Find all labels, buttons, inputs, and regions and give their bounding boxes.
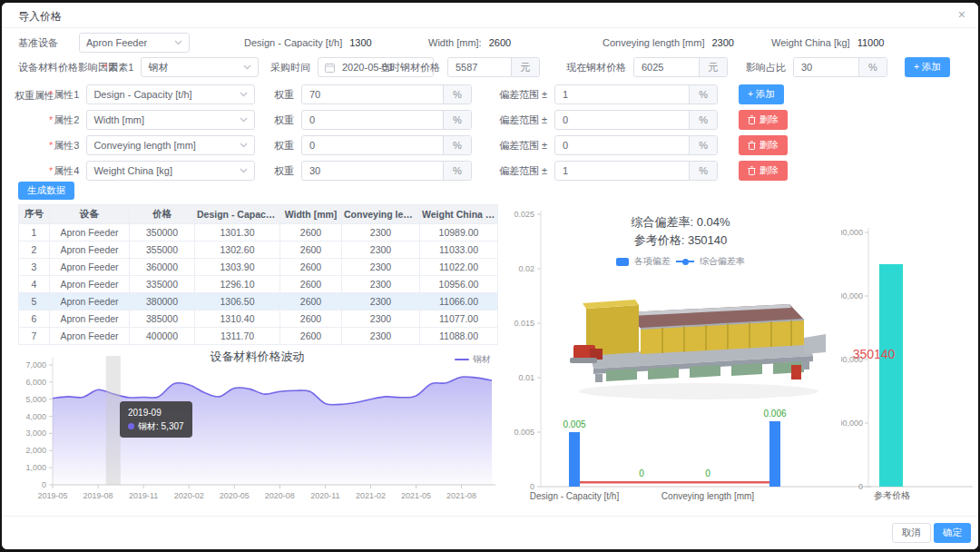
svg-text:3,000: 3,000 [25,429,46,438]
table-cell: 380000 [130,293,195,310]
param-label: Width [mm]: [428,37,482,48]
table-row[interactable]: 2Apron Feeder3550001302.602600230011033.… [19,242,498,259]
table-cell: 1 [19,224,50,242]
delete-attribute-button[interactable]: 删除 [739,135,788,155]
table-header-cell: Weight China [kg] [420,205,498,224]
attr-group: *属性1Design - Capacity [t/h] [49,84,255,104]
cancel-button[interactable]: 取消 [892,523,931,543]
factor-label: *因素1 [103,61,133,74]
then-price-input[interactable] [448,62,511,73]
percent-suffix: % [443,136,471,154]
svg-text:2020-08: 2020-08 [265,491,295,500]
table-cell: 2300 [342,293,420,310]
table-cell: 335000 [130,276,195,293]
table-row[interactable]: 1Apron Feeder3500001301.302600230010989.… [19,224,498,242]
table-cell: 7 [19,328,50,345]
table-cell: 10989.00 [420,224,498,242]
deviation-input[interactable] [555,140,689,151]
svg-text:2021-02: 2021-02 [356,491,386,500]
deviation-label: 偏差范围 ± [499,164,547,178]
svg-text:300,000: 300,000 [841,291,863,301]
svg-text:0.006: 0.006 [763,409,786,419]
deviation-input[interactable] [555,165,689,176]
table-cell: 2600 [280,293,342,310]
deviation-chart[interactable]: 00.0050.010.0150.020.0250.005000.006Desi… [508,207,882,508]
close-icon[interactable]: × [958,7,965,22]
factor-select[interactable]: 钢材 [141,57,259,77]
table-cell: 2600 [280,242,342,259]
attr-select[interactable]: Weight China [kg] [86,161,255,181]
now-price-input[interactable] [634,62,699,73]
svg-text:2019-05: 2019-05 [37,491,67,500]
delete-attribute-button[interactable]: 删除 [739,110,788,130]
attr-select[interactable]: Conveying length [mm] [86,135,255,155]
table-cell: 11066.00 [420,293,498,310]
deviation-group: 偏差范围 ±% [499,110,718,130]
weight-group: 权重% [274,110,472,130]
deviation-input[interactable] [555,114,689,125]
table-row[interactable]: 6Apron Feeder3850001310.402600230011077.… [19,310,498,328]
weight-input[interactable] [302,140,443,151]
reference-price-chart[interactable]: 0100,000200,000300,000400,000350140参考价格 [841,221,977,509]
table-row[interactable]: 5Apron Feeder3800001306.502600230011066.… [19,293,498,310]
steel-price-chart[interactable]: 设备材料价格波动 钢材 01,0002,0003,0004,0005,0006,… [18,345,496,509]
ratio-input[interactable] [794,62,858,73]
svg-text:参考价格: 参考价格 [874,490,910,500]
svg-text:0: 0 [530,482,534,491]
equipment-3d-image [563,298,828,405]
svg-text:0.025: 0.025 [514,210,534,219]
chevron-down-icon [240,92,248,97]
table-cell: Apron Feeder [50,242,130,259]
attr-group: *属性2Width [mm] [49,110,255,130]
delete-attribute-button[interactable]: 删除 [739,161,788,181]
table-cell: 2300 [342,328,420,345]
import-price-dialog: 导入价格 × 基准设备 Apron Feeder Design - Capaci… [2,3,978,549]
chevron-down-icon [174,40,182,45]
table-cell: 6 [19,310,50,328]
table-cell: 1301.30 [195,224,280,242]
confirm-button[interactable]: 确定 [934,523,971,543]
attr-select[interactable]: Width [mm] [86,110,255,130]
param-capacity: Design - Capacity [t/h] 1300 [244,33,372,53]
chevron-down-icon [240,168,248,173]
svg-text:0: 0 [42,480,46,489]
table-row[interactable]: 3Apron Feeder3600001303.902600230011022.… [19,259,498,276]
attr-label: *属性1 [49,88,79,102]
table-cell: 400000 [130,328,195,345]
add-attribute-button[interactable]: + 添加 [739,84,784,104]
weight-group: 权重% [274,135,472,155]
reference-price-text: 参考价格: 350140 [563,232,799,249]
weight-input[interactable] [302,165,443,176]
weight-input[interactable] [302,89,443,100]
table-cell: 1311.70 [195,328,280,345]
svg-text:0: 0 [858,482,863,491]
attr-value: Design - Capacity [t/h] [93,89,191,100]
svg-text:Conveying length [mm]: Conveying length [mm] [662,491,754,501]
base-equipment-group: 基准设备 [18,33,58,53]
weight-label: 权重 [274,113,294,127]
table-cell: 2600 [280,328,342,345]
svg-text:0.015: 0.015 [514,319,534,328]
table-cell: Apron Feeder [50,293,130,310]
attr-select[interactable]: Design - Capacity [t/h] [86,84,255,104]
deviation-group: 偏差范围 ±% [499,135,718,155]
deviation-input[interactable] [555,89,689,100]
table-header-cell: 序号 [19,205,50,224]
table-cell: 1306.50 [195,293,280,310]
table-cell: 2600 [280,224,342,242]
base-equipment-select[interactable]: Apron Feeder [79,33,190,53]
table-row[interactable]: 4Apron Feeder3350001296.102600230010956.… [19,276,498,293]
table-cell: 2600 [280,276,342,293]
table-cell: 1303.90 [195,259,280,276]
required-mark: * [49,114,53,125]
percent-suffix: % [443,111,471,129]
deviation-legend[interactable]: 各项偏差 综合偏差率 [563,255,799,268]
table-cell: 2300 [342,276,420,293]
generate-data-button[interactable]: 生成数据 [18,182,74,200]
factor-add-button[interactable]: + 添加 [905,57,950,77]
svg-text:5,000: 5,000 [25,395,46,404]
weight-group: 权重% [274,161,472,181]
svg-text:400,000: 400,000 [841,228,863,237]
weight-input[interactable] [302,114,443,125]
table-row[interactable]: 7Apron Feeder4000001311.702600230011088.… [19,328,498,345]
